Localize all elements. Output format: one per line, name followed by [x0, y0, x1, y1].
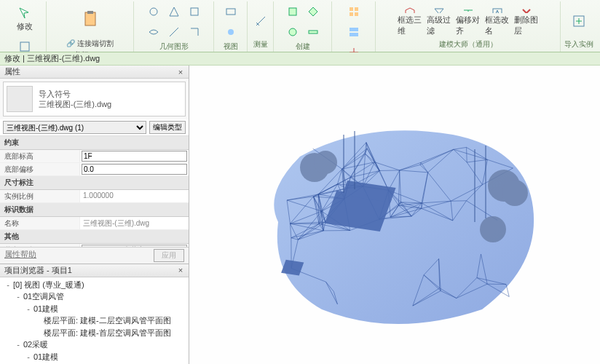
- svg-rect-14: [350, 12, 353, 16]
- svg-rect-11: [309, 31, 317, 33]
- group-label-measure: 测量: [253, 39, 268, 50]
- base-offset-input[interactable]: [82, 164, 187, 175]
- svg-rect-13: [355, 7, 358, 11]
- svg-point-28: [480, 216, 506, 242]
- group-label-import: 导入实例: [564, 39, 593, 50]
- group-label-create: 创建: [296, 41, 310, 52]
- prop-label: 底部标高: [0, 150, 80, 162]
- 3d-viewport[interactable]: [189, 66, 600, 364]
- group-label-master: 建模大师（通用）: [439, 39, 497, 50]
- family-name-label: 三维视图-(三维).dwg: [39, 99, 111, 109]
- create-tool-icon[interactable]: [284, 23, 301, 41]
- svg-line-6: [170, 28, 178, 36]
- svg-rect-5: [191, 8, 198, 15]
- ribbon-toolbar: 修改 选择 ▾ 🔗 连接端切割 ✂ 剪切 ▾ ⬚ 粘贴 ▾ 剪贴板: [0, 0, 600, 52]
- svg-point-4: [150, 8, 157, 15]
- svg-rect-7: [226, 9, 235, 15]
- modify-tool[interactable]: 修改: [12, 3, 38, 35]
- tree-node[interactable]: -01建模: [3, 351, 186, 363]
- tree-node[interactable]: -[0] 视图 (専业_暖通): [3, 279, 186, 291]
- view-tool-icon[interactable]: [222, 3, 240, 20]
- category-constraints: 约束: [0, 136, 189, 150]
- properties-help-link[interactable]: 属性帮助: [4, 249, 36, 262]
- base-level-input[interactable]: [82, 151, 187, 162]
- mode-tool-icon[interactable]: [345, 3, 363, 20]
- thumbnail-icon: [7, 86, 33, 112]
- prop-label: 名称: [0, 217, 80, 229]
- family-type-label: 导入符号: [39, 89, 111, 99]
- svg-rect-17: [350, 33, 358, 36]
- delete-layer-button[interactable]: 删除图层: [513, 5, 540, 37]
- offset-align-button[interactable]: 偏移对齐: [455, 5, 481, 37]
- tree-node[interactable]: -01建模: [3, 303, 186, 315]
- properties-panel-header: 属性 ×: [0, 66, 189, 79]
- geom-tool-icon[interactable]: [186, 3, 203, 20]
- tree-node[interactable]: -02采暖: [3, 339, 186, 351]
- create-tool-icon[interactable]: [284, 3, 301, 20]
- close-icon[interactable]: ×: [175, 67, 186, 77]
- project-tree[interactable]: -[0] 视图 (専业_暖通)-01空调风管-01建模楼层平面: 建模-二层空调…: [0, 277, 189, 365]
- prop-label: 实例比例: [0, 190, 80, 202]
- tree-node[interactable]: 楼层平面: 建模-二层空调风管平面图: [3, 314, 186, 327]
- instance-scale-value: 1.000000: [80, 190, 189, 202]
- browser-header: 项目浏览器 - 项目1 ×: [0, 264, 189, 277]
- project-browser: 项目浏览器 - 项目1 × -[0] 视图 (専业_暖通)-01空调风管-01建…: [0, 264, 189, 365]
- svg-rect-16: [350, 28, 358, 31]
- type-preview: 导入符号 三维视图-(三维).dwg: [3, 82, 186, 116]
- category-identity: 标识数据: [0, 203, 189, 217]
- svg-point-10: [289, 28, 296, 36]
- context-title-bar: 修改 | 三维视图-(三维).dwg: [0, 52, 600, 66]
- name-value: 三维视图-(三维).dwg: [80, 217, 189, 229]
- svg-rect-3: [87, 11, 93, 14]
- category-dims: 尺寸标注: [0, 176, 189, 190]
- create-tool-icon[interactable]: [304, 23, 322, 41]
- import-instance-icon[interactable]: [570, 12, 588, 30]
- mode-tool-icon[interactable]: [345, 23, 363, 41]
- tree-node[interactable]: -01空调风管: [3, 290, 186, 303]
- svg-rect-9: [289, 8, 296, 15]
- advanced-filter-button[interactable]: 高级过滤: [426, 5, 452, 37]
- category-other: 其他: [0, 230, 189, 244]
- geom-tool-icon[interactable]: [165, 23, 183, 41]
- svg-point-8: [228, 29, 234, 35]
- box-rename-button[interactable]: A框选改名: [484, 5, 510, 37]
- type-selector-dropdown[interactable]: 三维视图-(三维).dwg (1): [3, 121, 146, 134]
- svg-point-25: [314, 151, 337, 174]
- terrain-mesh: [234, 91, 555, 339]
- geom-tool-icon[interactable]: [145, 3, 162, 20]
- svg-rect-12: [350, 7, 353, 11]
- geom-tool-icon[interactable]: [165, 3, 183, 20]
- tree-node[interactable]: 楼层平面: 建模-首层空调风管平面图: [3, 327, 186, 339]
- apply-button[interactable]: 应用: [154, 249, 184, 262]
- svg-rect-15: [355, 12, 358, 16]
- geom-tool-icon[interactable]: [145, 23, 162, 41]
- link-cut-button[interactable]: 🔗 连接端切割: [65, 38, 115, 49]
- prop-label: 底部偏移: [0, 163, 80, 175]
- view-tool-icon[interactable]: [222, 23, 240, 41]
- svg-text:A: A: [494, 9, 500, 13]
- measure-tool-icon[interactable]: [252, 12, 269, 30]
- group-label-view: 视图: [224, 41, 238, 52]
- geom-tool-icon[interactable]: [186, 23, 203, 41]
- box-3d-select-button[interactable]: 框选三维: [397, 5, 423, 37]
- group-label-geometry: 几何图形: [159, 41, 189, 52]
- svg-rect-2: [85, 12, 95, 25]
- svg-rect-0: [20, 42, 29, 51]
- create-tool-icon[interactable]: [304, 3, 322, 20]
- svg-point-27: [502, 180, 528, 206]
- paste-button[interactable]: [77, 3, 103, 35]
- edit-type-button[interactable]: 编辑类型: [149, 121, 186, 134]
- close-icon[interactable]: ×: [175, 265, 186, 275]
- properties-grid: 约束 底部标高 底部偏移 尺寸标注 实例比例1.000000 标识数据 名称三维…: [0, 136, 189, 247]
